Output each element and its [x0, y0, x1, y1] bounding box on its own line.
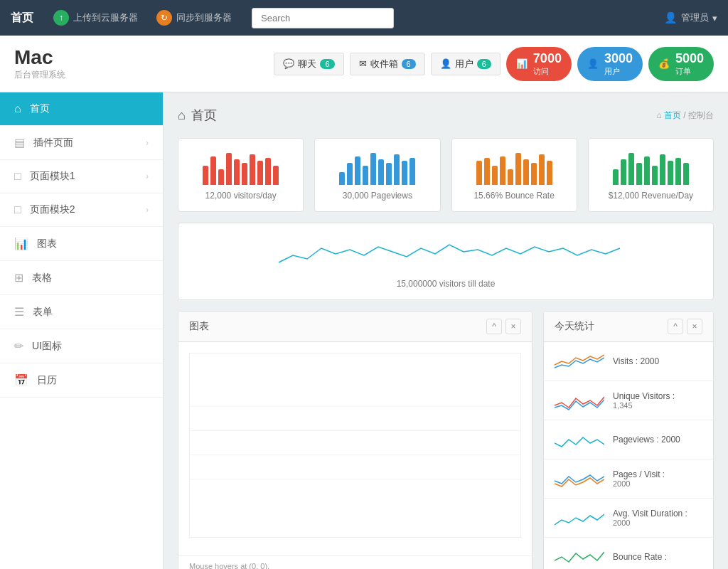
- stat-card-visitors: 12,000 visitors/day: [178, 138, 304, 212]
- upload-btn[interactable]: ↑ 上传到云服务器: [48, 6, 144, 29]
- visits-pill: 📊 7000 访问: [506, 47, 572, 81]
- admin-icon: 👤: [664, 11, 678, 24]
- stats-panel-controls: ^ ×: [668, 319, 702, 334]
- pagesvisit-sparkline: [555, 468, 604, 489]
- person-icon: 👤: [587, 58, 599, 69]
- bounce-chart: [463, 149, 566, 185]
- sidebar-item-modules2[interactable]: □ 页面模块2 ›: [0, 193, 163, 227]
- calendar-icon: 📅: [14, 373, 28, 387]
- unique-stat-text: Unique Visitors : 1,345: [613, 391, 675, 410]
- charts-panel-body: [178, 342, 532, 555]
- panel-controls: ^ ×: [486, 319, 521, 334]
- inbox-badge[interactable]: ✉ 收件箱 6: [350, 53, 425, 75]
- header-brand: Mac 后台管理系统: [14, 46, 65, 81]
- module1-icon: □: [14, 170, 21, 183]
- inbox-count: 6: [402, 59, 416, 69]
- plugins-icon: ▤: [14, 136, 25, 149]
- page-title: 首页: [191, 107, 217, 124]
- money-icon: 💰: [658, 58, 670, 69]
- pageviews-sparkline: [555, 429, 604, 450]
- revenue-label: $12,000 Revenue/Day: [599, 191, 702, 201]
- chat-badge[interactable]: 💬 聊天 6: [274, 53, 343, 75]
- stat-row-unique: Unique Visitors : 1,345: [544, 381, 713, 420]
- sidebar-item-calendar[interactable]: 📅 日历: [0, 363, 163, 398]
- brand-link[interactable]: 首页: [11, 11, 33, 26]
- upload-icon: ↑: [53, 10, 69, 26]
- header-actions: 💬 聊天 6 ✉ 收件箱 6 👤 用户 6 📊 7000 访问 👤 3000 用…: [274, 47, 714, 81]
- stats-close-btn[interactable]: ×: [687, 319, 702, 334]
- sidebar-item-plugins[interactable]: ▤ 插件页面 ›: [0, 126, 163, 160]
- avgvisit-sparkline: [555, 507, 604, 528]
- search-input[interactable]: [252, 8, 394, 28]
- stat-card-bounce: 15.66% Bounce Rate: [451, 138, 577, 212]
- header-bar: Mac 后台管理系统 💬 聊天 6 ✉ 收件箱 6 👤 用户 6 📊 7000 …: [0, 36, 728, 92]
- unique-sparkline: [555, 390, 604, 411]
- chart-canvas: [189, 353, 521, 538]
- sync-icon: ↻: [156, 10, 172, 26]
- sidebar: ⌂ 首页 ▤ 插件页面 › □ 页面模块1 › □ 页面模块2 ›: [0, 92, 164, 569]
- users-count: 6: [477, 59, 491, 69]
- admin-menu[interactable]: 👤 管理员 ▾: [664, 11, 717, 24]
- sidebar-item-forms[interactable]: ☰ 表单: [0, 295, 163, 329]
- charts-panel: 图表 ^ ×: [178, 311, 532, 569]
- chat-icon: 💬: [283, 58, 294, 69]
- pagesvisit-stat-text: Pages / Visit : 2000: [613, 469, 665, 488]
- collapse-btn[interactable]: ^: [486, 319, 502, 334]
- app-title: Mac: [14, 46, 65, 69]
- breadcrumb: ⌂ 首页 / 控制台: [656, 110, 714, 122]
- chart-icon: 📊: [516, 58, 528, 69]
- stats-panel-title: 今天统计: [555, 320, 594, 333]
- close-btn[interactable]: ×: [505, 319, 521, 334]
- members-pill: 👤 3000 用户: [577, 47, 643, 81]
- chevron-down-icon: ▾: [712, 13, 717, 23]
- stat-row-pagesvisit: Pages / Visit : 2000: [544, 459, 713, 499]
- visits-stat-text: Visits : 2000: [613, 356, 659, 366]
- chart-footer: Mouse hovers at (0, 0).: [178, 555, 532, 569]
- home-icon-small: ⌂: [178, 108, 186, 123]
- stats-panel-header: 今天统计 ^ ×: [544, 312, 713, 342]
- users-badge[interactable]: 👤 用户 6: [431, 53, 500, 75]
- stat-card-pageviews: 30,000 Pageviews: [314, 138, 440, 212]
- page-title-area: ⌂ 首页: [178, 107, 217, 124]
- sidebar-item-tables[interactable]: ⊞ 表格: [0, 261, 163, 295]
- sparkline-label: 15,000000 visitors till date: [189, 279, 702, 289]
- stats-panel: 今天统计 ^ × Visits : 2000: [543, 311, 714, 569]
- bounce-sparkline: [555, 546, 604, 568]
- sidebar-item-modules1[interactable]: □ 页面模块1 ›: [0, 160, 163, 193]
- breadcrumb-home[interactable]: 首页: [664, 110, 681, 120]
- orders-pill: 💰 5000 订单: [648, 47, 714, 81]
- sidebar-item-charts[interactable]: 📊 图表: [0, 227, 163, 261]
- stat-row-visits: Visits : 2000: [544, 342, 713, 381]
- pageviews-stat-text: Pageviews : 2000: [613, 435, 680, 445]
- bounce-label: 15.66% Bounce Rate: [463, 191, 566, 201]
- search-box: [252, 8, 394, 28]
- chevron-right-icon: ›: [146, 171, 149, 181]
- main-content: ⌂ 首页 ⌂ 首页 / 控制台 12,000 visitors/day 30,0…: [164, 92, 728, 569]
- stat-card-revenue: $12,000 Revenue/Day: [588, 138, 714, 212]
- module2-icon: □: [14, 203, 21, 216]
- chart-svg: [190, 353, 520, 537]
- main-layout: ⌂ 首页 ▤ 插件页面 › □ 页面模块1 › □ 页面模块2 ›: [0, 92, 728, 569]
- page-header: ⌂ 首页 ⌂ 首页 / 控制台: [178, 107, 714, 124]
- sidebar-item-icons[interactable]: ✏ UI图标: [0, 329, 163, 363]
- stat-cards-row: 12,000 visitors/day 30,000 Pageviews 15.…: [178, 138, 714, 212]
- forms-icon: ☰: [14, 305, 24, 319]
- lower-panels: 图表 ^ ×: [178, 311, 714, 569]
- visitors-chart: [189, 149, 292, 185]
- pageviews-label: 30,000 Pageviews: [326, 191, 429, 201]
- icons-icon: ✏: [14, 339, 23, 353]
- top-nav: 首页 ↑ 上传到云服务器 ↻ 同步到服务器 👤 管理员 ▾: [0, 0, 728, 36]
- home-icon-bc: ⌂: [656, 110, 661, 120]
- charts-panel-header: 图表 ^ ×: [178, 312, 532, 342]
- chevron-right-icon: ›: [146, 138, 149, 148]
- visitors-label: 12,000 visitors/day: [189, 191, 292, 201]
- sync-btn[interactable]: ↻ 同步到服务器: [151, 6, 237, 29]
- sidebar-item-home[interactable]: ⌂ 首页: [0, 92, 163, 126]
- charts-icon: 📊: [14, 237, 28, 250]
- inbox-icon: ✉: [359, 58, 367, 69]
- home-icon: ⌂: [14, 102, 21, 115]
- stats-collapse-btn[interactable]: ^: [668, 319, 683, 334]
- chevron-right-icon: ›: [146, 205, 149, 215]
- users-icon: 👤: [440, 58, 451, 69]
- avgvisit-stat-text: Avg. Visit Duration : 2000: [613, 509, 687, 527]
